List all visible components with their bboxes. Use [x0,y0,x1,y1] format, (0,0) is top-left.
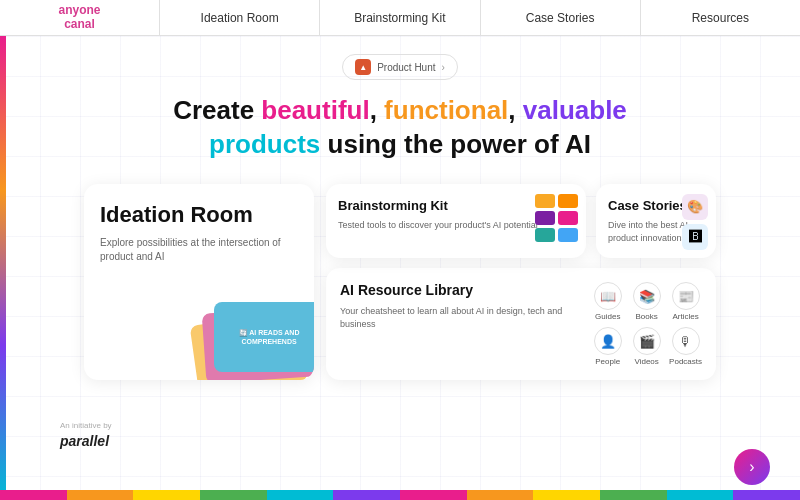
bottom-seg-6 [333,490,400,500]
resource-item-videos: 🎬 Videos [630,327,663,366]
parallel-logo: parallel [60,433,109,449]
nav-brainstorming-kit[interactable]: Brainstorming Kit [320,0,480,35]
nav-links: Ideation Room Brainstorming Kit Case Sto… [160,0,800,35]
nav-resources[interactable]: Resources [641,0,800,35]
chat-button[interactable]: › [734,449,770,485]
books-label: Books [636,312,658,321]
card-resource-library[interactable]: AI Resource Library Your cheatsheet to l… [326,268,716,380]
articles-label: Articles [672,312,698,321]
card-ideation-room[interactable]: Ideation Room Explore possibilities at t… [84,184,314,381]
hero-beautiful: beautiful [261,95,369,125]
case-app-icons: 🎨 🅱 [682,194,708,250]
resource-item-articles: 📰 Articles [669,282,702,321]
resource-item-guides: 📖 Guides [591,282,624,321]
brain-cell-1 [535,194,555,208]
hero-comma2: , [508,95,522,125]
guides-icon: 📖 [594,282,622,310]
logo-anyone: anyone [58,3,100,17]
bottom-seg-4 [200,490,267,500]
brain-cell-2 [558,194,578,208]
videos-label: Videos [634,357,658,366]
bottom-seg-11 [667,490,734,500]
podcasts-icon: 🎙 [672,327,700,355]
card-case-stories[interactable]: Case Stories Dive into the best AI produ… [596,184,716,259]
guides-label: Guides [595,312,620,321]
hero-functional: functional [384,95,508,125]
ph-badge-inner: ▲ Product Hunt › [342,54,458,80]
brainstorming-illustration [535,194,578,242]
videos-icon: 🎬 [633,327,661,355]
articles-icon: 📰 [672,282,700,310]
case-app-icon-2: 🅱 [682,224,708,250]
nav-ideation-room[interactable]: Ideation Room [160,0,320,35]
hero-heading: Create beautiful, functional, valuablepr… [50,94,750,162]
cards-top-row: Brainstorming Kit Tested tools to discov… [326,184,716,259]
brain-cell-3 [535,211,555,225]
logo-text: anyone canal [58,4,100,30]
resource-title: AI Resource Library [340,282,577,299]
bottom-seg-3 [133,490,200,500]
stack-card-blue: 🔄 AI READS AND COMPREHENDS [214,302,314,372]
brain-cell-5 [535,228,555,242]
bottom-seg-9 [533,490,600,500]
resource-left: AI Resource Library Your cheatsheet to l… [340,282,577,366]
product-hunt-badge[interactable]: ▲ Product Hunt › [50,54,750,80]
hero-valuable: valuable [523,95,627,125]
cards-area: Ideation Room Explore possibilities at t… [50,184,750,381]
bottom-seg-1 [0,490,67,500]
side-accent-bar [0,36,6,500]
card-brainstorming[interactable]: Brainstorming Kit Tested tools to discov… [326,184,586,259]
bottom-seg-10 [600,490,667,500]
bottom-seg-2 [67,490,134,500]
hero-products: products [209,129,320,159]
resource-icons-grid: 📖 Guides 📚 Books 📰 Articles 👤 People [591,282,702,366]
bottom-seg-7 [400,490,467,500]
bottom-color-bar [0,490,800,500]
people-label: People [595,357,620,366]
ph-icon: ▲ [355,59,371,75]
stack-label: 🔄 AI READS AND COMPREHENDS [218,328,314,346]
bottom-seg-8 [467,490,534,500]
people-icon: 👤 [594,327,622,355]
case-app-icon-1: 🎨 [682,194,708,220]
ph-label: Product Hunt [377,62,435,73]
resource-item-books: 📚 Books [630,282,663,321]
books-icon: 📚 [633,282,661,310]
stacked-cards-illustration: 🔄 AI READS AND COMPREHENDS [194,288,314,380]
brain-cell-6 [558,228,578,242]
nav-case-stories[interactable]: Case Stories [481,0,641,35]
ideation-title: Ideation Room [100,202,298,228]
bottom-seg-12 [733,490,800,500]
ph-arrow-icon: › [442,62,445,73]
logo[interactable]: anyone canal [0,0,160,35]
initiative-label: An initiative by [60,421,112,430]
footer-initiative: An initiative by parallel [60,421,112,450]
podcasts-label: Podcasts [669,357,702,366]
hero-comma1: , [370,95,384,125]
resource-item-podcasts: 🎙 Podcasts [669,327,702,366]
cards-right-column: Brainstorming Kit Tested tools to discov… [326,184,716,381]
resource-description: Your cheatsheet to learn all about AI in… [340,305,577,330]
bottom-seg-5 [267,490,334,500]
hero-rest: using the power of AI [320,129,591,159]
hero-create: Create [173,95,261,125]
brain-cell-4 [558,211,578,225]
ideation-description: Explore possibilities at the intersectio… [100,236,298,264]
navigation: anyone canal Ideation Room Brainstorming… [0,0,800,36]
main-content: ▲ Product Hunt › Create beautiful, funct… [0,36,800,380]
resource-item-people: 👤 People [591,327,624,366]
logo-canal: canal [64,17,95,31]
